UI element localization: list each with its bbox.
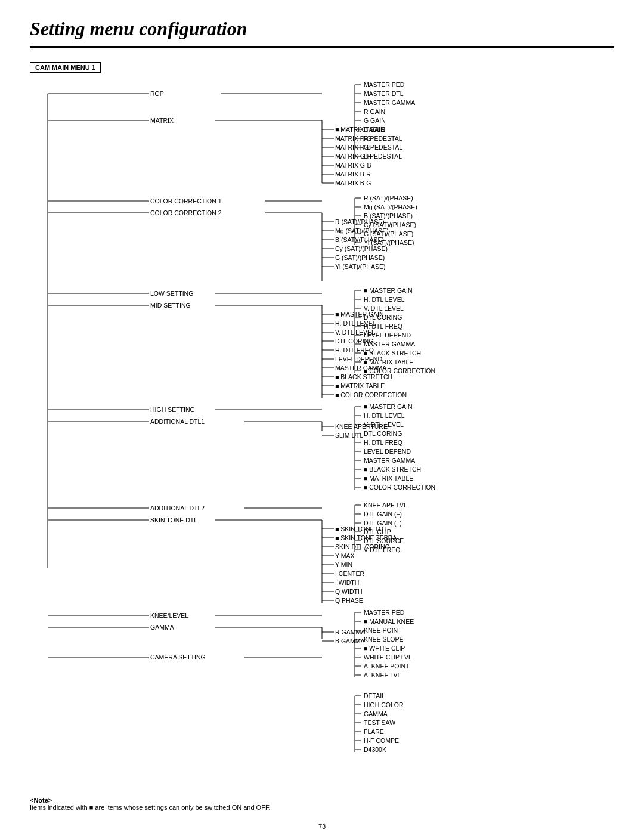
svg-text:■ MATRIX TABLE: ■ MATRIX TABLE [364,475,413,482]
svg-text:KNEE SLOPE: KNEE SLOPE [364,636,404,643]
note-title: <Note> [30,797,52,804]
svg-text:ADDITIONAL DTL1: ADDITIONAL DTL1 [150,418,205,425]
svg-text:DTL CORING: DTL CORING [364,430,402,437]
svg-text:CAMERA SETTING: CAMERA SETTING [150,654,206,661]
svg-text:Mg (SAT)/(PHASE): Mg (SAT)/(PHASE) [364,203,417,210]
svg-text:B GAMMA: B GAMMA [335,637,365,645]
svg-text:LOW SETTING: LOW SETTING [150,290,193,297]
diagram-container: .lbl { font-family: Arial, sans-serif; f… [30,79,614,785]
svg-text:WHITE CLIP LVL: WHITE CLIP LVL [364,654,412,661]
svg-text:LEVEL DEPEND: LEVEL DEPEND [364,448,411,455]
svg-text:Cy  (SAT)/(PHASE): Cy (SAT)/(PHASE) [364,221,416,228]
svg-text:■ MASTER GAIN: ■ MASTER GAIN [364,287,413,294]
svg-text:Y MIN: Y MIN [335,561,352,568]
svg-text:B   (SAT)/(PHASE): B (SAT)/(PHASE) [364,212,413,219]
svg-text:G GAIN: G GAIN [364,117,386,124]
svg-text:DTL GAIN (+): DTL GAIN (+) [364,510,402,518]
svg-text:H. DTL LEVEL: H. DTL LEVEL [364,412,405,419]
svg-text:MASTER DTL: MASTER DTL [364,90,404,97]
svg-text:V. DTL LEVEL: V. DTL LEVEL [364,421,404,428]
svg-text:R   (SAT)/(PHASE): R (SAT)/(PHASE) [364,194,413,202]
svg-text:V. DTL LEVEL: V. DTL LEVEL [364,305,404,312]
svg-text:HIGH COLOR: HIGH COLOR [364,701,404,708]
svg-text:KNEE APE LVL: KNEE APE LVL [364,501,407,509]
svg-text:MATRIX B-G: MATRIX B-G [335,179,371,187]
svg-text:G   (SAT)/(PHASE): G (SAT)/(PHASE) [364,230,413,237]
svg-text:DETAIL: DETAIL [364,692,385,699]
svg-text:R PEDESTAL: R PEDESTAL [364,135,402,142]
svg-text:TEST SAW: TEST SAW [364,719,395,726]
svg-text:B PEDESTAL: B PEDESTAL [364,153,402,160]
svg-text:HIGH SETTING: HIGH SETTING [150,406,195,413]
svg-text:H. DTL FREQ: H. DTL FREQ [364,439,402,446]
svg-text:MASTER GAMMA: MASTER GAMMA [364,99,415,106]
page-number: 73 [30,823,614,830]
svg-text:D4300K: D4300K [364,746,386,753]
svg-text:Q PHASE: Q PHASE [335,597,363,604]
svg-text:G   (SAT)/(PHASE): G (SAT)/(PHASE) [335,254,385,261]
svg-text:MASTER GAMMA: MASTER GAMMA [364,340,415,348]
svg-text:H-F COMPE: H-F COMPE [364,737,399,744]
svg-text:Q WIDTH: Q WIDTH [335,588,363,595]
note-text: Items indicated with ■ are items whose s… [30,804,270,811]
svg-text:ADDITIONAL DTL2: ADDITIONAL DTL2 [150,504,205,512]
svg-text:V DTL FREQ.: V DTL FREQ. [364,546,402,553]
svg-text:MATRIX: MATRIX [150,117,174,124]
svg-text:Yl   (SAT)/(PHASE): Yl (SAT)/(PHASE) [364,239,414,246]
svg-text:B GAIN: B GAIN [364,126,385,133]
svg-text:■ COLOR CORRECTION: ■ COLOR CORRECTION [364,367,435,374]
svg-text:■ MATRIX TABLE: ■ MATRIX TABLE [364,358,413,366]
svg-text:MATRIX G-B: MATRIX G-B [335,162,371,169]
svg-text:DTL SOURCE: DTL SOURCE [364,537,404,544]
svg-text:■ MANUAL KNEE: ■ MANUAL KNEE [364,618,414,625]
svg-text:MID SETTING: MID SETTING [150,302,191,309]
svg-text:Yl   (SAT)/(PHASE): Yl (SAT)/(PHASE) [335,263,385,270]
svg-text:GAMMA: GAMMA [150,624,174,631]
svg-text:DTL CORING: DTL CORING [364,314,402,321]
svg-text:I CENTER: I CENTER [335,570,364,577]
svg-text:KNEE POINT: KNEE POINT [364,627,402,634]
svg-text:H. DTL LEVEL: H. DTL LEVEL [364,296,405,303]
svg-text:MASTER PED: MASTER PED [364,81,405,88]
svg-text:COLOR CORRECTION 2: COLOR CORRECTION 2 [150,209,222,216]
svg-text:I WIDTH: I WIDTH [335,579,359,586]
svg-text:■ MASTER GAIN: ■ MASTER GAIN [364,403,413,410]
svg-text:■ MATRIX TABLE: ■ MATRIX TABLE [335,382,385,389]
svg-text:MATRIX B-R: MATRIX B-R [335,171,371,178]
svg-text:GAMMA: GAMMA [364,710,388,717]
svg-text:MASTER PED: MASTER PED [364,609,405,616]
svg-text:ROP: ROP [150,90,164,97]
svg-text:■ BLACK STRETCH: ■ BLACK STRETCH [364,349,421,357]
svg-text:FLARE: FLARE [364,728,384,735]
cam-main-menu-label: CAM MAIN MENU 1 [30,62,101,73]
svg-text:MASTER GAMMA: MASTER GAMMA [364,457,415,464]
svg-text:SKIN TONE DTL: SKIN TONE DTL [150,516,197,524]
svg-text:KNEE/LEVEL: KNEE/LEVEL [150,612,188,619]
svg-text:H. DTL FREQ: H. DTL FREQ [364,323,402,330]
svg-text:A. KNEE LVL: A. KNEE LVL [364,671,401,679]
svg-text:G PEDESTAL: G PEDESTAL [364,144,402,151]
svg-text:SLIM DTL: SLIM DTL [335,432,363,439]
svg-text:LEVEL DEPEND: LEVEL DEPEND [364,332,411,339]
svg-text:Y MAX: Y MAX [335,552,354,559]
svg-text:■ BLACK STRETCH: ■ BLACK STRETCH [364,466,421,473]
menu-diagram: .lbl { font-family: Arial, sans-serif; f… [30,79,614,782]
title-rule [30,46,614,49]
svg-text:R GAIN: R GAIN [364,108,385,115]
svg-text:DTL GAIN (–): DTL GAIN (–) [364,519,402,527]
svg-text:■ COLOR CORRECTION: ■ COLOR CORRECTION [364,484,435,491]
svg-text:■ WHITE CLIP: ■ WHITE CLIP [364,645,405,652]
note-section: <Note> Items indicated with ■ are items … [30,797,614,811]
svg-text:R GAMMA: R GAMMA [335,628,365,636]
svg-text:A. KNEE POINT: A. KNEE POINT [364,662,410,670]
svg-text:■ COLOR CORRECTION: ■ COLOR CORRECTION [335,391,407,398]
page-title: Setting menu configuration [30,18,614,40]
svg-text:COLOR CORRECTION 1: COLOR CORRECTION 1 [150,197,222,205]
svg-text:DTL CLIP: DTL CLIP [364,528,391,535]
